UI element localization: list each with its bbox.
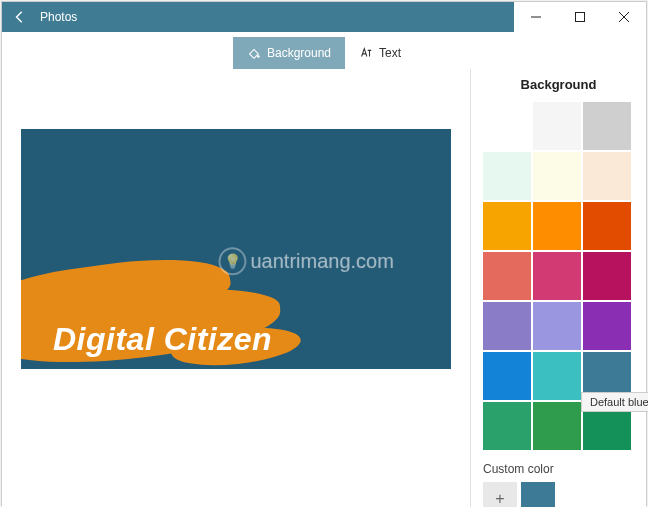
mode-tabs: Background Text	[2, 32, 646, 69]
current-custom-color[interactable]	[521, 482, 555, 507]
panel-title: Background	[483, 77, 634, 92]
minimize-button[interactable]	[514, 2, 558, 32]
title-bar: Photos	[2, 2, 646, 32]
main-area: Digital Citizen 💡 uantrimang.com 0:01 0:…	[2, 69, 646, 507]
color-swatch[interactable]	[583, 152, 631, 200]
window-controls	[514, 2, 646, 32]
back-button[interactable]	[2, 2, 38, 32]
svg-point-2	[257, 55, 260, 58]
tab-text[interactable]: Text	[345, 37, 415, 69]
color-swatch[interactable]	[483, 152, 531, 200]
app-window: Photos Background Text	[1, 1, 647, 506]
color-swatch[interactable]	[583, 252, 631, 300]
preview-canvas: Digital Citizen 💡 uantrimang.com	[21, 129, 451, 369]
color-swatch[interactable]	[533, 302, 581, 350]
color-swatch-grid: Default blue	[483, 102, 634, 450]
color-swatch[interactable]	[583, 202, 631, 250]
color-swatch[interactable]	[583, 302, 631, 350]
close-button[interactable]	[602, 2, 646, 32]
color-swatch[interactable]	[483, 202, 531, 250]
maximize-button[interactable]	[558, 2, 602, 32]
add-custom-color-button[interactable]: +	[483, 482, 517, 507]
color-swatch[interactable]	[483, 352, 531, 400]
color-swatch[interactable]	[533, 102, 581, 150]
color-swatch[interactable]	[483, 302, 531, 350]
preview-padding: Digital Citizen 💡 uantrimang.com	[2, 69, 470, 507]
preview-column: Digital Citizen 💡 uantrimang.com 0:01 0:…	[2, 69, 470, 507]
color-swatch[interactable]	[483, 102, 531, 150]
tab-background[interactable]: Background	[233, 37, 345, 69]
custom-color-row: +	[483, 482, 634, 507]
watermark: 💡 uantrimang.com	[218, 247, 393, 275]
tab-background-label: Background	[267, 46, 331, 60]
watermark-text: uantrimang.com	[250, 250, 393, 273]
text-icon	[359, 46, 373, 60]
paint-bucket-icon	[247, 46, 261, 60]
title-card-text: Digital Citizen	[53, 321, 272, 358]
lightbulb-icon: 💡	[218, 247, 246, 275]
tab-text-label: Text	[379, 46, 401, 60]
app-title: Photos	[38, 10, 514, 24]
color-swatch[interactable]	[533, 202, 581, 250]
color-swatch[interactable]	[533, 402, 581, 450]
plus-icon: +	[495, 490, 504, 507]
svg-rect-1	[576, 13, 585, 22]
color-swatch[interactable]	[533, 152, 581, 200]
color-swatch[interactable]	[583, 102, 631, 150]
color-swatch[interactable]	[483, 252, 531, 300]
color-swatch[interactable]	[533, 352, 581, 400]
color-swatch[interactable]	[483, 402, 531, 450]
custom-color-label: Custom color	[483, 462, 634, 476]
side-panel: Background Default blue Custom color + D…	[470, 69, 646, 507]
color-tooltip: Default blue	[581, 392, 648, 412]
color-swatch[interactable]	[533, 252, 581, 300]
